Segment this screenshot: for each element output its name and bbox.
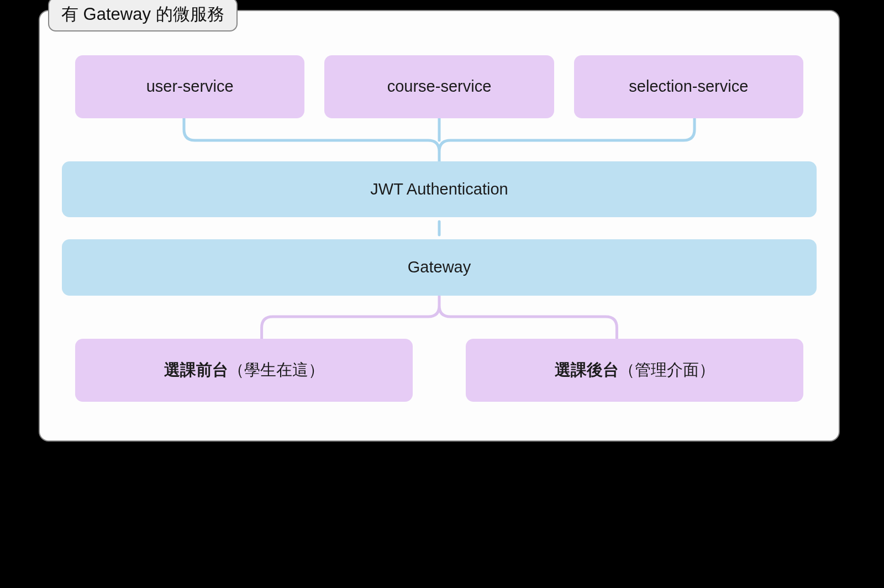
auth-row: JWT Authentication (62, 161, 817, 218)
services-row: user-service course-service selection-se… (62, 55, 817, 118)
service-box-user: user-service (75, 55, 304, 118)
diagram-title: 有 Gateway 的微服務 (48, 0, 238, 32)
frontend-admin-note: （管理介面） (619, 361, 715, 379)
service-box-course: course-service (324, 55, 554, 118)
gateway-box: Gateway (62, 239, 817, 296)
auth-box: JWT Authentication (62, 161, 817, 218)
diagram-container: 有 Gateway 的微服務 user-service course-servi… (39, 10, 840, 442)
frontend-student-note: （學生在這） (228, 361, 324, 379)
connector-gateway-frontends (62, 296, 817, 339)
frontend-admin-title: 選課後台 (555, 361, 619, 379)
connector-auth-gateway (62, 217, 817, 239)
frontend-box-admin: 選課後台（管理介面） (466, 339, 803, 402)
frontends-row: 選課前台（學生在這） 選課後台（管理介面） (62, 339, 817, 402)
connector-services-auth (62, 118, 817, 161)
service-box-selection: selection-service (574, 55, 803, 118)
frontend-student-title: 選課前台 (164, 361, 228, 379)
frontend-box-student: 選課前台（學生在這） (75, 339, 413, 402)
gateway-row: Gateway (62, 239, 817, 296)
